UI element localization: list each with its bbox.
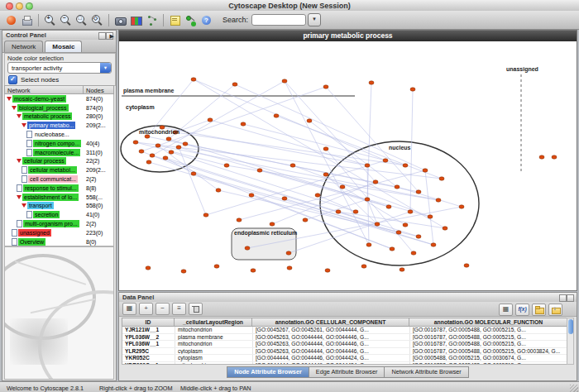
tree-row[interactable]: cellular metabol...209(2... bbox=[5, 165, 113, 174]
network-node[interactable] bbox=[237, 218, 242, 222]
network-node[interactable] bbox=[375, 222, 380, 226]
network-canvas[interactable]: plasma membranecytoplasmmitochondrionnuc… bbox=[119, 41, 577, 290]
network-node[interactable] bbox=[282, 79, 287, 83]
zoom-out-icon[interactable]: − bbox=[59, 13, 73, 27]
print-icon[interactable] bbox=[20, 13, 34, 27]
network-node[interactable] bbox=[365, 198, 370, 201]
network-node[interactable] bbox=[416, 235, 421, 238]
tree-row[interactable]: metabolic process280(0) bbox=[5, 112, 113, 122]
network-edge[interactable] bbox=[289, 212, 410, 253]
network-edge[interactable] bbox=[179, 147, 206, 215]
network-node[interactable] bbox=[403, 164, 408, 167]
network-node[interactable] bbox=[323, 173, 328, 176]
network-node[interactable] bbox=[439, 177, 444, 180]
expander-icon[interactable] bbox=[17, 195, 22, 199]
tree-row[interactable]: primary metabo...209(2... bbox=[5, 121, 113, 130]
attribute-select-icon[interactable]: ▦ bbox=[122, 303, 136, 315]
network-node[interactable] bbox=[274, 114, 279, 117]
network-node[interactable] bbox=[139, 150, 144, 153]
network-node[interactable] bbox=[353, 210, 358, 213]
app-icon[interactable] bbox=[4, 13, 18, 27]
search-options-dropdown[interactable]: ▼ bbox=[308, 13, 321, 26]
network-node[interactable] bbox=[408, 210, 413, 213]
tab-scroll-right-icon[interactable]: ▶ bbox=[110, 33, 114, 40]
network-node[interactable] bbox=[270, 222, 275, 226]
network-node[interactable] bbox=[290, 164, 295, 167]
network-edge[interactable] bbox=[158, 146, 218, 190]
search-input[interactable] bbox=[251, 14, 306, 26]
network-edge[interactable] bbox=[239, 170, 425, 220]
network-node[interactable] bbox=[133, 141, 138, 144]
network-edge[interactable] bbox=[309, 121, 397, 187]
network-node[interactable] bbox=[224, 164, 229, 167]
network-node[interactable] bbox=[323, 147, 328, 151]
attribute-new-icon[interactable]: + bbox=[139, 303, 153, 315]
network-node[interactable] bbox=[214, 265, 219, 268]
network-icon[interactable] bbox=[184, 13, 198, 27]
network-node[interactable] bbox=[386, 205, 391, 208]
network-node[interactable] bbox=[146, 266, 151, 270]
select-nodes-checkbox[interactable] bbox=[8, 75, 17, 84]
network-node[interactable] bbox=[245, 246, 250, 250]
network-node[interactable] bbox=[400, 268, 404, 271]
expander-icon[interactable] bbox=[17, 159, 22, 163]
expander-icon[interactable] bbox=[22, 123, 26, 127]
column-molecular-function[interactable]: annotation.GO MOLECULAR_FUNCTION bbox=[409, 318, 568, 327]
matrix-icon[interactable]: ▦ bbox=[499, 304, 513, 316]
network-node[interactable] bbox=[315, 194, 320, 197]
network-node[interactable] bbox=[191, 172, 196, 175]
tree-row[interactable]: mosaic-demo-yeast874(0) bbox=[5, 94, 113, 103]
tree-row[interactable]: nitrogen compo...40(4) bbox=[5, 139, 113, 148]
zoom-fit-icon[interactable]: ◇ bbox=[90, 13, 104, 27]
tree-row[interactable]: biological_process874(0) bbox=[5, 103, 113, 112]
network-node[interactable] bbox=[163, 156, 168, 160]
attribute-list-icon[interactable]: ≡ bbox=[172, 303, 186, 315]
network-node[interactable] bbox=[539, 155, 544, 159]
network-node[interactable] bbox=[361, 265, 366, 268]
network-node[interactable] bbox=[241, 122, 246, 126]
network-node[interactable] bbox=[443, 227, 447, 230]
network-node[interactable] bbox=[416, 190, 421, 194]
folder-import-icon[interactable] bbox=[548, 304, 562, 316]
network-node[interactable] bbox=[183, 142, 188, 146]
network-node[interactable] bbox=[369, 81, 374, 84]
network-node[interactable] bbox=[365, 164, 370, 167]
network-node[interactable] bbox=[287, 266, 292, 270]
network-node[interactable] bbox=[208, 118, 213, 122]
network-node[interactable] bbox=[390, 247, 395, 251]
annotation-icon[interactable] bbox=[168, 13, 182, 27]
network-edge[interactable] bbox=[165, 158, 419, 237]
network-node[interactable] bbox=[428, 215, 433, 218]
table-row[interactable]: YPL036W__1mitochondrion[GO:0045263, GO:0… bbox=[122, 341, 567, 348]
expander-icon[interactable] bbox=[22, 203, 26, 208]
network-node[interactable] bbox=[307, 119, 312, 122]
network-node[interactable] bbox=[396, 231, 401, 234]
snapshot-icon[interactable] bbox=[113, 13, 127, 27]
network-node[interactable] bbox=[232, 83, 237, 86]
network-node[interactable] bbox=[340, 185, 345, 189]
network-node[interactable] bbox=[464, 264, 469, 267]
tab-edge-attribute-browser[interactable]: Edge Attribute Browser bbox=[309, 366, 385, 378]
network-node[interactable] bbox=[146, 160, 151, 164]
tree-row[interactable]: secretion41(0) bbox=[5, 210, 113, 219]
network-node[interactable] bbox=[431, 243, 436, 246]
network-node[interactable] bbox=[203, 213, 208, 217]
network-node[interactable] bbox=[181, 270, 186, 273]
tree-row[interactable]: establishment of lo...558(... bbox=[5, 193, 113, 202]
tree-row[interactable]: cellular process22(2) bbox=[5, 157, 113, 166]
network-edge[interactable] bbox=[397, 187, 462, 207]
network-graph[interactable]: plasma membranecytoplasmmitochondrionnuc… bbox=[119, 41, 577, 290]
network-node[interactable] bbox=[552, 155, 557, 159]
network-node[interactable] bbox=[373, 180, 378, 184]
network-node[interactable] bbox=[249, 194, 254, 197]
network-edge[interactable] bbox=[410, 89, 413, 212]
network-node[interactable] bbox=[169, 151, 174, 154]
tree-row[interactable]: macromolecule...311(0) bbox=[5, 148, 113, 157]
network-edge[interactable] bbox=[425, 170, 433, 245]
tree-column-network[interactable]: Network bbox=[4, 85, 84, 94]
zoom-selected-icon[interactable]: □ bbox=[74, 13, 89, 27]
network-node[interactable] bbox=[323, 85, 328, 88]
network-edge[interactable] bbox=[276, 116, 442, 179]
tab-node-attribute-browser[interactable]: Node Attribute Browser bbox=[227, 366, 309, 378]
zoom-in-icon[interactable]: + bbox=[43, 13, 57, 27]
